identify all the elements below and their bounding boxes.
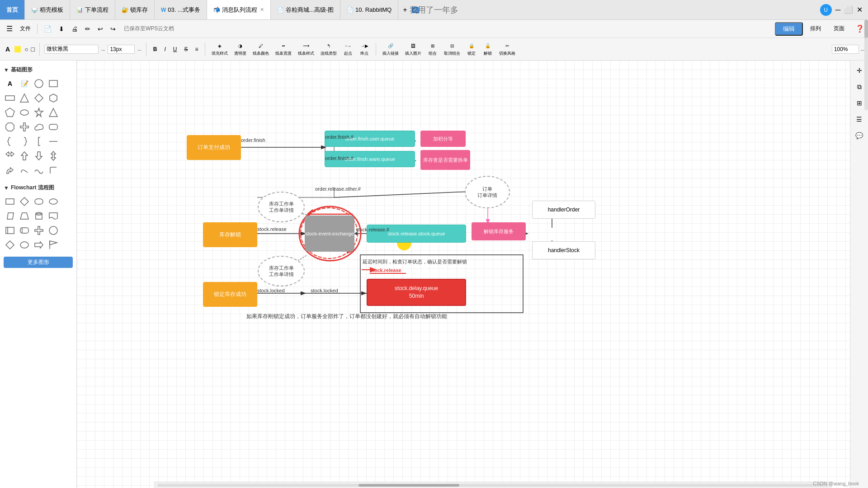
node-order-success[interactable]: 订单支付成功	[187, 135, 241, 160]
rounded-rect-shape[interactable]	[47, 121, 60, 133]
edit-btn[interactable]: 编辑	[775, 22, 803, 36]
right-scrollbar[interactable]	[864, 20, 868, 110]
fc-arrow-box[interactable]	[33, 239, 45, 251]
hamburger-btn[interactable]: ☰	[4, 23, 15, 34]
cut-style-btn[interactable]: ✂ 切换风格	[497, 42, 517, 56]
tab-message-queue[interactable]: 📬 消息队列流程 ✕	[207, 0, 271, 19]
fc-flag[interactable]	[47, 239, 60, 251]
cloud-shape[interactable]	[33, 121, 45, 133]
zoom-more[interactable]: ...	[861, 47, 864, 52]
tab-transaction[interactable]: W 03. ...式事务	[155, 0, 207, 19]
lock-btn[interactable]: 🔒 锁定	[465, 42, 478, 56]
page-btn[interactable]: 页面	[828, 23, 850, 34]
tab-grain-store[interactable]: 📄 谷粒商城...高级-图	[271, 0, 340, 19]
fill-style-btn[interactable]: ◈ 填充样式	[210, 42, 230, 56]
print-btn[interactable]: 🖨	[69, 24, 80, 33]
text-format-A[interactable]: A	[4, 45, 12, 54]
ungroup-btn[interactable]: ⊟ 取消组合	[442, 42, 462, 56]
rect-shape[interactable]	[47, 77, 60, 90]
font-more[interactable]: ...	[101, 47, 105, 52]
fc-parallelogram[interactable]	[4, 210, 16, 222]
tab-order-flow[interactable]: 📊 下单流程	[70, 0, 115, 19]
rect-btn[interactable]: □	[31, 46, 35, 53]
strikethrough-btn[interactable]: S	[182, 45, 190, 53]
thin-rect-shape[interactable]	[4, 92, 16, 104]
curved-arrow-shape[interactable]	[4, 164, 16, 177]
add-tab-btn[interactable]: +	[400, 6, 410, 14]
node-handler-order[interactable]: handlerOrder	[532, 201, 595, 219]
down-arrow-shape[interactable]	[33, 150, 45, 162]
start-point-btn[interactable]: ◦→ 起点	[341, 42, 355, 56]
fc-rect[interactable]	[4, 195, 16, 208]
fc-hexagon[interactable]	[4, 239, 16, 251]
canvas-area[interactable]: 订单支付成功 order.finsh.user.queue 加积分等 order…	[77, 61, 850, 488]
node-warehouse-unlock[interactable]: 库存解锁	[203, 222, 257, 247]
close-btn[interactable]: ✕	[857, 5, 863, 14]
double-arrow-shape[interactable]	[4, 150, 16, 162]
pen-btn[interactable]: ✏	[82, 24, 93, 33]
fc-cross[interactable]	[33, 224, 45, 237]
right-icon-list[interactable]: ☰	[853, 113, 866, 126]
triangle2-shape[interactable]	[47, 106, 60, 119]
size-more[interactable]: ...	[137, 47, 141, 52]
note-shape[interactable]: 📝	[18, 77, 31, 90]
arrange-btn[interactable]: 排列	[805, 23, 826, 34]
fc-document[interactable]	[47, 210, 60, 222]
insert-link-btn[interactable]: 🔗 插入链接	[381, 42, 401, 56]
right-scroll-thumb[interactable]	[864, 20, 868, 38]
node-warehouse-work2[interactable]: 库存工作单工作单详情	[258, 256, 305, 286]
fc-cylinder[interactable]	[33, 210, 45, 222]
restore-btn[interactable]: ⬜	[844, 5, 853, 14]
fc-trapezoid[interactable]	[18, 210, 31, 222]
wave-shape[interactable]	[33, 164, 45, 177]
octagon-shape[interactable]	[4, 121, 16, 133]
circle-shape[interactable]	[33, 77, 45, 90]
circle-btn[interactable]: ○	[24, 46, 28, 53]
fc-diamond[interactable]	[18, 195, 31, 208]
new-btn[interactable]: 📄	[41, 24, 54, 33]
group-btn[interactable]: ⊞ 组合	[426, 42, 439, 56]
right-icon-grid[interactable]: ⊞	[853, 97, 866, 109]
ellipse2-shape[interactable]	[18, 106, 31, 119]
fc-rect2[interactable]	[4, 224, 16, 237]
line-color-btn[interactable]: 🖊 线条颜色	[251, 42, 271, 56]
node-warehouse-work1[interactable]: 库存工作单工作单详情	[258, 192, 305, 222]
fc-circle[interactable]	[47, 224, 60, 237]
brace-right-shape[interactable]	[18, 135, 31, 148]
highlight-color-box[interactable]	[14, 46, 21, 52]
redo-btn[interactable]: ↪	[108, 24, 118, 33]
brace-left-shape[interactable]	[4, 135, 16, 148]
fc-round-rect[interactable]	[33, 195, 45, 208]
basic-shapes-section[interactable]: ▼ 基础图形	[0, 64, 76, 75]
hexagon-shape[interactable]	[47, 92, 60, 104]
updown-arrow-shape[interactable]	[47, 150, 60, 162]
right-icon-layers[interactable]: ⧉	[853, 80, 866, 93]
diamond-shape[interactable]	[33, 92, 45, 104]
node-add-points[interactable]: 加积分等	[420, 131, 466, 147]
italic-btn[interactable]: I	[162, 45, 168, 53]
opacity-btn[interactable]: ◑ 透明度	[232, 42, 248, 56]
node-lock-store-success[interactable]: 锁定库存成功	[203, 282, 257, 307]
tab-lock-store[interactable]: 🔐 锁库存	[115, 0, 155, 19]
file-menu[interactable]: 文件	[17, 24, 33, 33]
line-style-btn[interactable]: ⟶ 线条样式	[296, 42, 316, 56]
up-arrow-shape[interactable]	[18, 150, 31, 162]
fc-ellipse[interactable]	[47, 195, 60, 208]
right-icon-crosshair[interactable]: ✛	[853, 64, 866, 77]
pentagon-shape[interactable]	[4, 106, 16, 119]
bold-btn[interactable]: B	[151, 45, 160, 53]
node-stock-event-exchange[interactable]: stock-event-exchange	[305, 216, 354, 252]
fc-oval[interactable]	[18, 239, 31, 251]
horizontal-scrollbar[interactable]	[154, 482, 832, 488]
cross-shape[interactable]	[18, 121, 31, 133]
bracket-shape[interactable]	[33, 135, 45, 148]
size-select[interactable]	[108, 45, 135, 54]
end-point-btn[interactable]: →▶ 终点	[358, 42, 371, 56]
tab-rabbitmq[interactable]: 📄 10. RabbitMQ	[340, 0, 398, 19]
fc-rounded2[interactable]	[18, 224, 31, 237]
zoom-input[interactable]	[832, 45, 859, 54]
triangle-shape[interactable]	[18, 92, 31, 104]
line-shape[interactable]	[47, 135, 60, 148]
right-icon-comment[interactable]: 💬	[853, 129, 866, 142]
scrollbar-thumb[interactable]	[359, 484, 459, 487]
